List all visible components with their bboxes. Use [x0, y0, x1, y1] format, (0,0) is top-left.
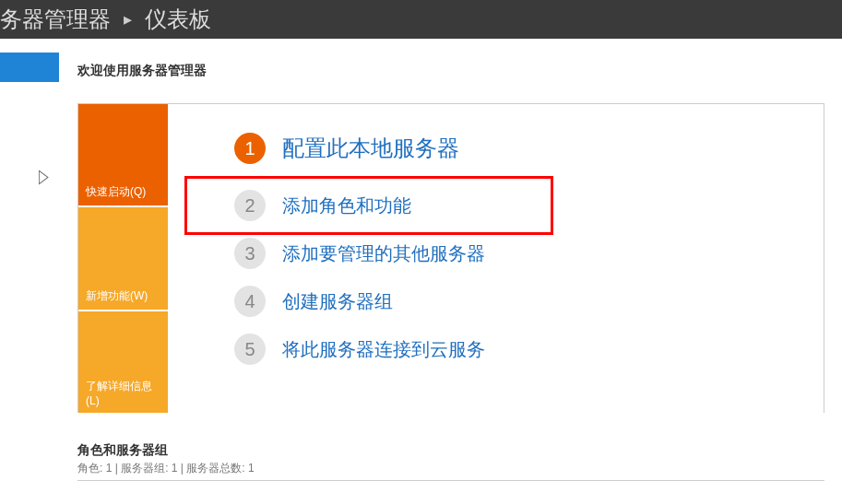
- breadcrumb-part2: 仪表板: [145, 5, 211, 34]
- step-number: 1: [234, 133, 266, 164]
- step-number: 4: [234, 286, 266, 317]
- expand-nav-icon[interactable]: ▷: [39, 164, 49, 186]
- dashboard-tab-active[interactable]: [0, 53, 59, 82]
- left-nav-strip: ▷: [0, 39, 59, 481]
- breadcrumb-header: 务器管理器 ▸ 仪表板: [0, 0, 842, 39]
- roles-server-groups-section: 角色和服务器组 角色: 1 | 服务器组: 1 | 服务器总数: 1: [77, 442, 824, 481]
- step-number: 2: [234, 190, 266, 221]
- step-number: 5: [234, 334, 266, 365]
- breadcrumb-part1: 务器管理器: [0, 5, 111, 34]
- step-connect-cloud[interactable]: 5 将此服务器连接到云服务: [234, 325, 824, 373]
- step-number: 3: [234, 238, 266, 269]
- side-tab-quickstart[interactable]: 快速启动(Q): [78, 104, 168, 207]
- step-add-roles-features[interactable]: 2 添加角色和功能: [234, 182, 824, 229]
- step-label: 配置此本地服务器: [282, 134, 459, 163]
- step-label: 添加要管理的其他服务器: [282, 241, 485, 266]
- footer-stats: 角色: 1 | 服务器组: 1 | 服务器总数: 1: [77, 461, 824, 481]
- side-tab-label: 了解详细信息(L): [86, 379, 160, 407]
- side-tab-learnmore[interactable]: 了解详细信息(L): [78, 311, 168, 413]
- footer-title: 角色和服务器组: [77, 442, 824, 459]
- step-label: 将此服务器连接到云服务: [282, 337, 485, 362]
- step-create-server-group[interactable]: 4 创建服务器组: [234, 277, 824, 325]
- breadcrumb-separator: ▸: [124, 9, 132, 29]
- welcome-heading: 欢迎使用服务器管理器: [77, 63, 842, 79]
- side-tab-label: 快速启动(Q): [86, 184, 146, 200]
- side-tab-label: 新增功能(W): [86, 288, 148, 304]
- steps-pane: 1 配置此本地服务器 2 添加角色和功能 3 添加要管理的其他服务器 4 创建服…: [168, 104, 824, 413]
- side-tab-list: 快速启动(Q) 新增功能(W) 了解详细信息(L): [78, 104, 168, 413]
- step-add-other-servers[interactable]: 3 添加要管理的其他服务器: [234, 229, 824, 277]
- step-configure-local-server[interactable]: 1 配置此本地服务器: [234, 124, 824, 172]
- quick-start-card: 快速启动(Q) 新增功能(W) 了解详细信息(L) 1 配置此本地服务器 2 添…: [77, 103, 824, 413]
- step-label: 添加角色和功能: [282, 193, 411, 218]
- side-tab-whatsnew[interactable]: 新增功能(W): [78, 207, 168, 311]
- step-label: 创建服务器组: [282, 289, 393, 314]
